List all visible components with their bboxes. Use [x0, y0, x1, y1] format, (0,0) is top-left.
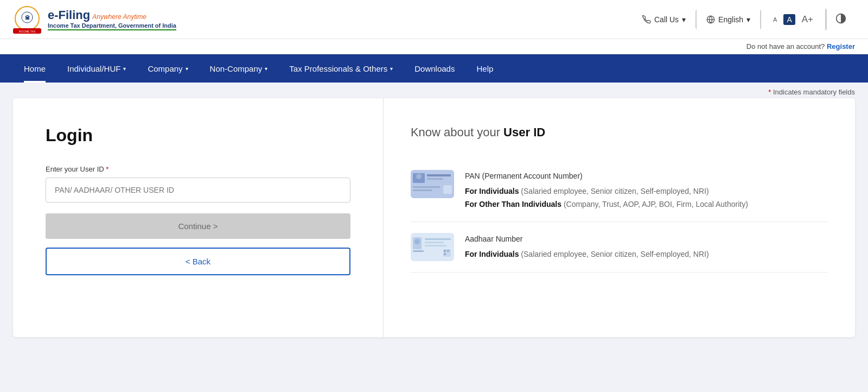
call-us-chevron: ▾	[682, 15, 686, 24]
nav-company-chevron: ▾	[186, 66, 188, 72]
svg-rect-19	[413, 250, 424, 252]
logo-area: 🏛 INCOME TAX e-Filing Anywhere Anytime I…	[13, 5, 176, 34]
user-id-input[interactable]	[46, 178, 350, 203]
svg-point-10	[416, 174, 422, 179]
register-prompt-text: Do not have an account?	[746, 42, 825, 50]
svg-rect-15	[443, 185, 452, 194]
font-controls: A A A+	[761, 9, 826, 30]
user-id-field-group: Enter your User ID *	[46, 165, 350, 213]
nav-individual-label: Individual/HUF	[67, 64, 120, 73]
svg-rect-25	[444, 250, 446, 252]
info-title-bold: User ID	[503, 125, 545, 139]
login-title: Login	[46, 125, 350, 146]
mandatory-notice: * Indicates mandatory fields	[0, 83, 868, 98]
svg-rect-27	[444, 253, 446, 255]
pan-info-text: PAN (Permanent Account Number) For Indiv…	[465, 170, 748, 211]
main-content: Login Enter your User ID * Continue > < …	[13, 98, 855, 337]
aadhaar-info-item: Aadhaar Number For Individuals (Salaried…	[411, 222, 828, 273]
nav-item-help[interactable]: Help	[465, 54, 504, 83]
header: 🏛 INCOME TAX e-Filing Anywhere Anytime I…	[0, 0, 868, 39]
language-chevron: ▾	[746, 15, 750, 24]
nav-taxpro-label: Tax Professionals & Others	[289, 64, 387, 73]
svg-rect-20	[425, 238, 451, 240]
svg-point-18	[414, 239, 420, 244]
font-large-button[interactable]: A+	[800, 13, 815, 26]
aadhaar-individuals: For Individuals (Salaried employee, Seni…	[465, 248, 709, 261]
continue-button[interactable]: Continue >	[46, 213, 350, 239]
language-label: English	[718, 15, 743, 24]
info-title: Know about your User ID	[411, 125, 828, 140]
svg-text:INCOME TAX: INCOME TAX	[19, 30, 36, 33]
svg-rect-12	[427, 178, 443, 180]
nav-individual-chevron: ▾	[123, 66, 126, 72]
nav-taxpro-chevron: ▾	[390, 66, 393, 72]
nav-noncompany-chevron: ▾	[265, 66, 267, 72]
back-button[interactable]: < Back	[46, 248, 350, 275]
pan-individuals: For Individuals (Salaried employee, Seni…	[465, 185, 748, 198]
aadhaar-card-image	[411, 233, 454, 261]
info-panel: Know about your User ID PAN (Permanent A…	[384, 98, 855, 337]
logo-subtitle: Income Tax Department, Government of Ind…	[48, 22, 176, 29]
globe-icon	[706, 15, 715, 24]
aadhaar-title: Aadhaar Number	[465, 233, 709, 246]
register-row: Do not have an account? Register	[0, 39, 868, 54]
login-panel: Login Enter your User ID * Continue > < …	[13, 98, 384, 337]
nav-item-tax-professionals[interactable]: Tax Professionals & Others ▾	[278, 54, 404, 83]
nav-noncompany-label: Non-Company	[210, 64, 263, 73]
svg-rect-26	[447, 250, 449, 252]
mandatory-text: Indicates mandatory fields	[773, 88, 855, 96]
emblem-icon: 🏛 INCOME TAX	[13, 5, 41, 34]
nav-item-company[interactable]: Company ▾	[137, 54, 199, 83]
nav-item-non-company[interactable]: Non-Company ▾	[199, 54, 279, 83]
contrast-button[interactable]	[826, 9, 855, 30]
pan-other-than-individuals: For Other Than Individuals (Company, Tru…	[465, 198, 748, 211]
svg-rect-21	[425, 242, 444, 243]
nav-help-label: Help	[476, 64, 493, 73]
info-title-prefix: Know about your	[411, 125, 503, 139]
svg-rect-11	[427, 174, 451, 176]
nav-item-home[interactable]: Home	[13, 54, 56, 83]
pan-card-image	[411, 170, 454, 198]
svg-text:🏛: 🏛	[25, 15, 30, 21]
user-id-label: Enter your User ID *	[46, 165, 350, 173]
svg-rect-13	[413, 186, 440, 188]
call-us-button[interactable]: Call Us ▾	[633, 11, 696, 28]
header-controls: Call Us ▾ English ▾ A A A+	[633, 9, 855, 30]
nav-item-individual[interactable]: Individual/HUF ▾	[56, 54, 137, 83]
required-star: *	[106, 165, 108, 173]
svg-rect-22	[425, 245, 446, 246]
aadhaar-info-text: Aadhaar Number For Individuals (Salaried…	[465, 233, 709, 261]
nav-downloads-label: Downloads	[414, 64, 455, 73]
nav-company-label: Company	[148, 64, 182, 73]
svg-rect-14	[413, 189, 432, 191]
logo-text: e-Filing Anywhere Anytime Income Tax Dep…	[48, 8, 176, 30]
language-selector[interactable]: English ▾	[697, 11, 761, 28]
font-medium-button[interactable]: A	[783, 14, 795, 25]
logo-efiling: e-Filing	[48, 8, 90, 22]
logo-tagline: Anywhere Anytime	[92, 13, 146, 21]
nav-item-downloads[interactable]: Downloads	[404, 54, 465, 83]
nav-home-label: Home	[24, 64, 46, 73]
nav-bar: Home Individual/HUF ▾ Company ▾ Non-Comp…	[0, 54, 868, 83]
register-link[interactable]: Register	[827, 42, 855, 50]
pan-info-item: PAN (Permanent Account Number) For Indiv…	[411, 159, 828, 222]
contrast-icon	[835, 13, 846, 24]
font-small-button[interactable]: A	[771, 15, 779, 24]
phone-icon	[642, 15, 651, 24]
call-us-label: Call Us	[654, 15, 679, 24]
pan-title: PAN (Permanent Account Number)	[465, 170, 748, 183]
